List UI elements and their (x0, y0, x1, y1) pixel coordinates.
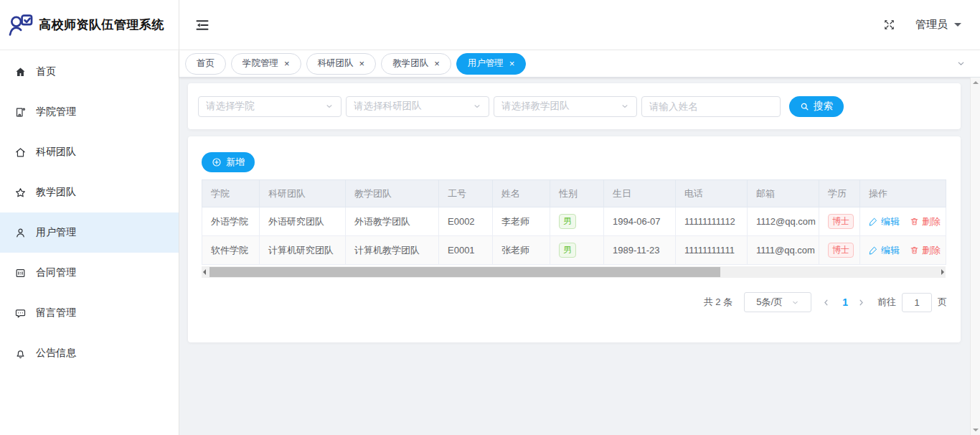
message-icon (14, 307, 27, 319)
teaching-team-select-placeholder: 请选择教学团队 (501, 100, 570, 113)
edit-label: 编辑 (881, 215, 900, 228)
page-content: 请选择学院 请选择科研团队 请选择教学团队 搜索 (179, 78, 980, 435)
edit-button[interactable]: 编辑 (869, 215, 900, 228)
pagination: 共 2 条 5条/页 1 前往 页 (202, 292, 947, 312)
name-input[interactable] (641, 96, 781, 117)
cell-gender: 男 (550, 236, 604, 265)
edit-label: 编辑 (881, 244, 900, 257)
edit-button[interactable]: 编辑 (869, 244, 900, 257)
app-window: 高校师资队伍管理系统 首页 学院管理 科研团队 教学团队 用户管理 (0, 0, 980, 435)
cell-phone: 11111111112 (676, 207, 748, 236)
sidebar-collapse-button[interactable] (195, 18, 209, 32)
cell-actions: 编辑 删除 (860, 207, 946, 236)
college-select[interactable]: 请选择学院 (198, 96, 341, 117)
degree-badge: 博士 (828, 243, 854, 258)
sidebar-item-home[interactable]: 首页 (0, 52, 179, 92)
sidebar-item-messages[interactable]: 留言管理 (0, 293, 179, 333)
add-user-button[interactable]: 新增 (202, 152, 255, 172)
close-icon[interactable]: × (284, 59, 290, 68)
next-page-button[interactable] (857, 298, 866, 307)
sidebar-item-announcements[interactable]: 公告信息 (0, 333, 179, 373)
page-vertical-scrollbar[interactable] (970, 78, 980, 435)
tab-home[interactable]: 首页 (185, 53, 226, 75)
prev-page-button[interactable] (821, 298, 831, 307)
goto-page-input[interactable] (902, 293, 932, 312)
page-number-1[interactable]: 1 (842, 296, 848, 308)
filter-bar: 请选择学院 请选择科研团队 请选择教学团队 搜索 (188, 83, 961, 129)
scroll-right-arrow-icon[interactable] (941, 269, 944, 275)
tab-research[interactable]: 科研团队 × (306, 53, 377, 75)
sidebar-item-college[interactable]: 学院管理 (0, 92, 179, 132)
tab-teaching[interactable]: 教学团队 × (381, 53, 451, 75)
sidebar-menu: 首页 学院管理 科研团队 教学团队 用户管理 合同管理 (0, 50, 179, 435)
col-birthday: 生日 (604, 180, 676, 207)
tab-label: 科研团队 (318, 57, 354, 70)
pencil-icon (869, 217, 878, 226)
chevron-down-icon (956, 59, 966, 68)
hamburger-icon (195, 18, 209, 32)
page-size-select[interactable]: 5条/页 (744, 292, 811, 312)
sidebar-item-label: 用户管理 (36, 226, 76, 239)
research-team-select[interactable]: 请选择科研团队 (346, 96, 489, 117)
page-size-value: 5条/页 (756, 296, 783, 309)
pagination-total: 共 2 条 (704, 296, 732, 309)
table-row: 软件学院 计算机研究团队 计算机教学团队 E0001 张老师 男 1989-11… (202, 236, 946, 265)
sidebar-item-contract[interactable]: 合同管理 (0, 253, 179, 293)
fullscreen-button[interactable] (883, 19, 895, 31)
close-icon[interactable]: × (434, 59, 440, 68)
col-research-team: 科研团队 (260, 180, 346, 207)
home-icon (14, 66, 27, 78)
sidebar-item-label: 留言管理 (36, 307, 76, 319)
logo-icon (7, 11, 34, 39)
degree-badge: 博士 (828, 214, 854, 229)
goto-page-suffix: 页 (938, 296, 947, 309)
cell-degree: 博士 (819, 207, 860, 236)
close-icon[interactable]: × (509, 59, 515, 68)
table-row: 外语学院 外语研究团队 外语教学团队 E0002 李老师 男 1994-06-0… (202, 207, 946, 236)
scroll-down-arrow-icon[interactable] (973, 429, 979, 431)
sidebar-item-teaching[interactable]: 教学团队 (0, 172, 179, 212)
cell-birthday: 1994-06-07 (604, 207, 676, 236)
sidebar: 高校师资队伍管理系统 首页 学院管理 科研团队 教学团队 用户管理 (0, 0, 179, 435)
scroll-left-arrow-icon[interactable] (203, 269, 206, 275)
teaching-team-select[interactable]: 请选择教学团队 (494, 96, 637, 117)
delete-button[interactable]: 删除 (910, 215, 941, 228)
delete-button[interactable]: 删除 (910, 244, 941, 257)
cell-name: 李老师 (493, 207, 550, 236)
cell-teaching-team: 外语教学团队 (346, 207, 439, 236)
col-email: 邮箱 (748, 180, 819, 207)
tab-label: 学院管理 (242, 57, 278, 70)
chevron-down-icon (621, 102, 629, 111)
bell-icon (14, 347, 27, 360)
user-icon (14, 227, 27, 239)
users-table: 学院 科研团队 教学团队 工号 姓名 性别 生日 电话 邮箱 学历 操作 (202, 179, 946, 265)
cell-actions: 编辑 删除 (860, 236, 946, 265)
tab-college[interactable]: 学院管理 × (231, 53, 301, 75)
sidebar-item-research[interactable]: 科研团队 (0, 132, 179, 172)
goto-label: 前往 (877, 296, 896, 309)
col-college: 学院 (202, 180, 260, 207)
trash-icon (910, 217, 919, 226)
sidebar-item-users[interactable]: 用户管理 (0, 212, 179, 253)
house-icon (14, 146, 27, 159)
delete-label: 删除 (922, 244, 941, 257)
cell-email: 1111@qq.com (748, 236, 819, 265)
scroll-up-arrow-icon[interactable] (973, 81, 979, 84)
search-button[interactable]: 搜索 (789, 96, 844, 117)
close-icon[interactable]: × (359, 59, 365, 68)
add-button-label: 新增 (226, 156, 245, 169)
cell-birthday: 1989-11-23 (604, 236, 676, 265)
building-icon (14, 106, 27, 118)
tab-users[interactable]: 用户管理 × (456, 53, 527, 75)
cell-emp-no: E0001 (439, 236, 493, 265)
tabs-more-button[interactable] (956, 59, 966, 68)
col-emp-no: 工号 (439, 180, 493, 207)
cell-teaching-team: 计算机教学团队 (346, 236, 439, 265)
table-horizontal-scrollbar[interactable] (202, 266, 946, 278)
star-icon (14, 187, 27, 199)
user-dropdown[interactable]: 管理员 (915, 18, 961, 32)
chevron-down-icon (791, 299, 799, 307)
cell-email: 1112@qq.com (748, 207, 819, 236)
gender-badge: 男 (559, 243, 576, 258)
scrollbar-thumb[interactable] (209, 267, 720, 277)
